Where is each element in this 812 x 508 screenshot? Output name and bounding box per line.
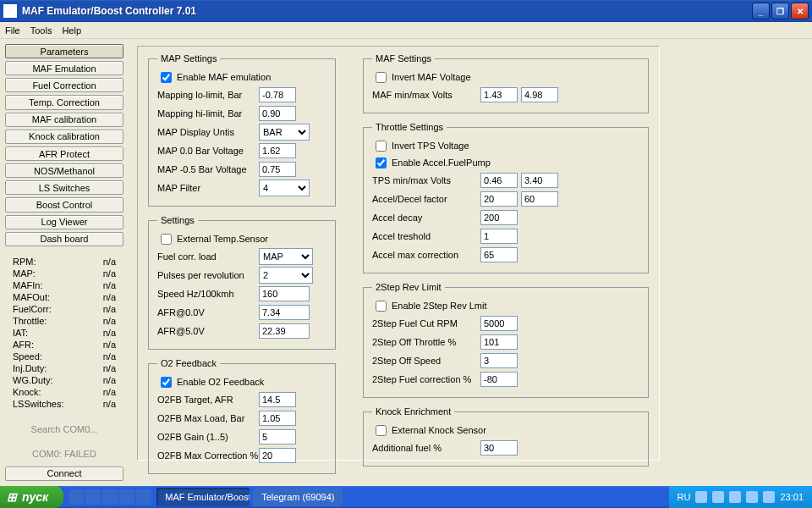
2step-speed-input[interactable] xyxy=(480,353,518,368)
fuel-corr-load-label: Fuel corr. load xyxy=(157,251,259,262)
maximize-button[interactable]: ❐ xyxy=(771,3,789,19)
sidebar-item-log-viewer[interactable]: Log Viewer xyxy=(5,215,123,229)
stat-key: FuelCorr: xyxy=(13,304,52,314)
knock-legend: Knock Enrichment xyxy=(372,406,454,417)
invert-maf-checkbox[interactable] xyxy=(376,72,387,83)
o2-gain-input[interactable] xyxy=(259,429,296,444)
2step-rpm-input[interactable] xyxy=(480,316,518,331)
accel-maxcorr-label: Accel max correction xyxy=(372,250,480,260)
maf-minmax-label: MAF min/max Volts xyxy=(372,90,480,100)
sidebar-item-boost-control[interactable]: Boost Control xyxy=(5,197,123,212)
clock[interactable]: 23:01 xyxy=(780,492,804,502)
invert-tps-checkbox[interactable] xyxy=(376,141,387,152)
accel-decay-input[interactable] xyxy=(480,210,518,225)
taskbar-app-telegram[interactable]: Telegram (69094) xyxy=(253,488,343,506)
fuel-corr-load-select[interactable]: MAP xyxy=(259,248,313,265)
ql-icon[interactable] xyxy=(69,489,84,505)
stat-val: n/a xyxy=(103,375,116,385)
stat-key: AFR: xyxy=(13,340,34,350)
accel-factor-input[interactable] xyxy=(480,191,518,207)
sidebar-item-knock-calibration[interactable]: Knock calibration xyxy=(5,130,123,144)
speed-hz-input[interactable] xyxy=(259,286,310,301)
tray-icon[interactable] xyxy=(763,491,775,503)
stat-val: n/a xyxy=(103,351,116,362)
tray-icon[interactable] xyxy=(695,491,707,503)
tps-max-input[interactable] xyxy=(521,173,558,188)
accel-maxcorr-input[interactable] xyxy=(480,247,518,262)
stat-val: n/a xyxy=(103,399,116,409)
sidebar-item-maf-calibration[interactable]: MAF calibration xyxy=(5,113,123,127)
stat-key: MAP: xyxy=(13,268,36,279)
maf-min-input[interactable] xyxy=(480,87,518,102)
stat-key: LSSwitches: xyxy=(13,399,64,409)
enable-accel-fuelpump-checkbox[interactable] xyxy=(376,157,387,168)
o2-maxload-input[interactable] xyxy=(259,411,296,426)
taskbar-app-maf[interactable]: MAF Emulator/Boost ... xyxy=(156,488,250,506)
sidebar-item-dash-board[interactable]: Dash board xyxy=(5,232,123,246)
sidebar-item-parameters[interactable]: Parameters xyxy=(5,44,123,58)
enable-o2-checkbox[interactable] xyxy=(161,377,172,388)
stat-key: MAFIn: xyxy=(13,280,42,290)
map-0-voltage-label: MAP 0.0 Bar Voltage xyxy=(157,146,259,156)
additional-fuel-input[interactable] xyxy=(480,440,518,456)
external-temp-checkbox[interactable] xyxy=(161,234,172,245)
com-status: COM0: FAILED xyxy=(5,449,123,459)
stat-key: Knock: xyxy=(13,387,41,397)
pulses-per-rev-select[interactable]: 2 xyxy=(259,267,313,284)
start-label: пуск xyxy=(22,490,48,504)
sidebar-item-ls-switches[interactable]: LS Switches xyxy=(5,180,123,195)
stat-val: n/a xyxy=(103,292,116,302)
map-0-voltage-input[interactable] xyxy=(259,143,296,158)
2step-throttle-input[interactable] xyxy=(480,334,518,350)
o2-maxcorr-input[interactable] xyxy=(259,448,296,463)
ql-icon[interactable] xyxy=(119,489,134,505)
invert-tps-label: Invert TPS Voltage xyxy=(392,141,469,151)
tray-icon[interactable] xyxy=(746,491,758,503)
mapping-hi-input[interactable] xyxy=(259,106,296,121)
menu-help[interactable]: Help xyxy=(62,25,81,36)
map-settings-group: MAP Settings Enable MAF emulation Mappin… xyxy=(148,53,336,207)
settings-legend: Settings xyxy=(157,215,198,225)
map-filter-select[interactable]: 4 xyxy=(259,179,310,196)
decel-factor-input[interactable] xyxy=(521,191,558,207)
o2-legend: O2 Feedback xyxy=(157,358,220,368)
o2-target-input[interactable] xyxy=(259,392,296,407)
menu-tools[interactable]: Tools xyxy=(30,25,52,36)
external-knock-checkbox[interactable] xyxy=(376,425,387,436)
afr-0v-label: AFR@0.0V xyxy=(157,307,259,318)
sidebar-item-maf-emulation[interactable]: MAF Emulation xyxy=(5,61,123,75)
connect-button[interactable]: Connect xyxy=(5,467,123,481)
close-button[interactable]: ✕ xyxy=(791,3,809,19)
mapping-lo-label: Mapping lo-limit, Bar xyxy=(157,90,259,100)
minimize-button[interactable]: _ xyxy=(752,3,770,19)
afr-0v-input[interactable] xyxy=(259,305,310,320)
taskbar-app-label: MAF Emulator/Boost ... xyxy=(165,492,250,502)
sidebar-item-fuel-correction[interactable]: Fuel Correction xyxy=(5,78,123,92)
map-units-select[interactable]: BAR xyxy=(259,124,310,141)
ql-icon[interactable] xyxy=(102,489,118,505)
afr-5v-input[interactable] xyxy=(259,323,310,339)
map-units-label: MAP Display Untis xyxy=(157,127,259,137)
tps-min-input[interactable] xyxy=(480,173,518,188)
2step-corr-input[interactable] xyxy=(480,372,518,387)
sidebar-item-nos-methanol[interactable]: NOS/Methanol xyxy=(5,163,123,178)
tray-icon[interactable] xyxy=(729,491,741,503)
sidebar-item-temp-correction[interactable]: Temp. Correction xyxy=(5,95,123,109)
maf-max-input[interactable] xyxy=(521,87,558,102)
menu-file[interactable]: File xyxy=(5,25,20,36)
maf-legend: MAF Settings xyxy=(372,53,435,64)
sidebar-item-afr-protect[interactable]: AFR Protect xyxy=(5,146,123,161)
tray-icon[interactable] xyxy=(712,491,724,503)
ql-icon[interactable] xyxy=(136,489,151,505)
mapping-lo-input[interactable] xyxy=(259,87,296,102)
ql-icon[interactable] xyxy=(85,489,101,505)
language-indicator[interactable]: RU xyxy=(678,492,691,502)
o2-maxcorr-label: O2FB Max Correction % xyxy=(157,450,259,461)
accel-treshold-input[interactable] xyxy=(480,229,518,244)
enable-maf-emulation-checkbox[interactable] xyxy=(161,72,172,83)
search-com-label[interactable]: Search COM0... xyxy=(5,424,123,434)
map-05-voltage-input[interactable] xyxy=(259,162,296,177)
menubar: File Tools Help xyxy=(0,22,812,39)
start-button[interactable]: ⊞ пуск xyxy=(0,486,63,508)
enable-2step-checkbox[interactable] xyxy=(376,301,387,312)
